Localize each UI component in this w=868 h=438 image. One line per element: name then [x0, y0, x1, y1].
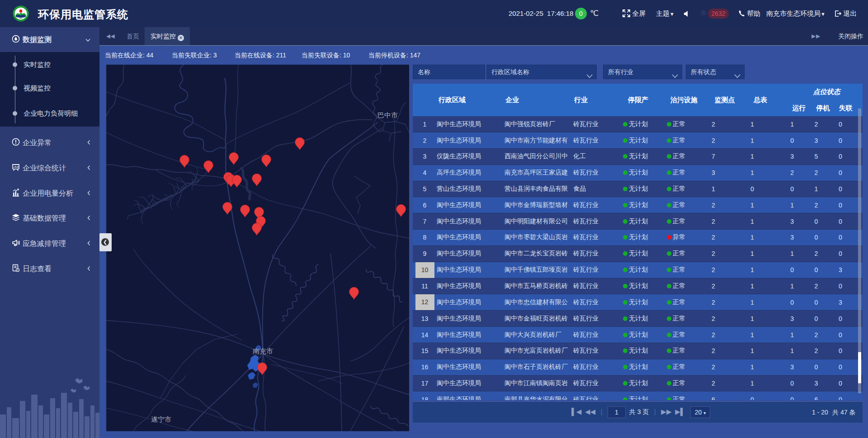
svg-text:遂宁市: 遂宁市	[151, 415, 171, 423]
svg-text:南充市: 南充市	[253, 347, 273, 355]
svg-text:巴中市: 巴中市	[377, 111, 398, 119]
